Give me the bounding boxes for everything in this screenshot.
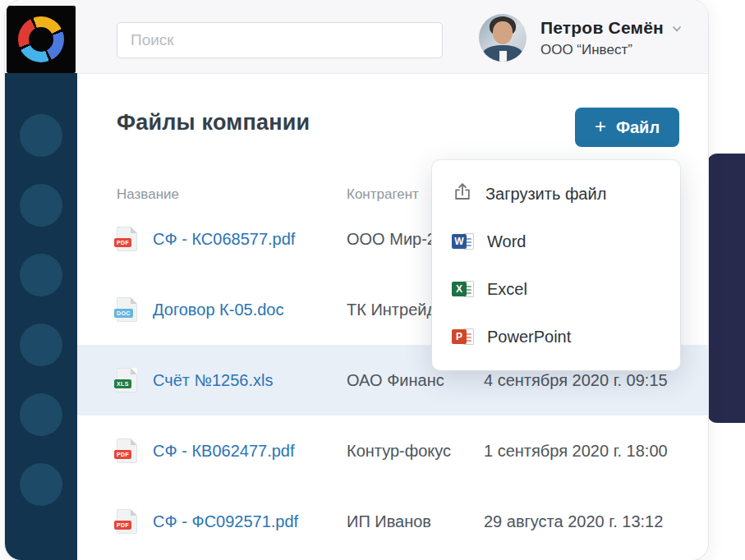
upload-icon <box>452 181 473 206</box>
file-name-cell: PDFСФ - ФС092571.pdf <box>117 509 347 534</box>
search-input[interactable] <box>117 22 443 58</box>
user-menu[interactable]: Петров Семён ООО “Инвест” <box>479 11 683 64</box>
avatar[interactable] <box>479 14 527 62</box>
decorative-edge-shape <box>707 154 745 423</box>
page-fold <box>131 227 137 233</box>
page-fold <box>131 509 137 516</box>
page-fold <box>131 438 137 445</box>
avatar-face <box>493 21 513 44</box>
file-type-badge: PDF <box>114 238 131 247</box>
sidebar-item-2[interactable] <box>20 184 62 227</box>
file-name-cell: DOCДоговор К-05.doc <box>117 297 347 322</box>
dropdown-item-label: Excel <box>487 280 527 299</box>
dropdown-item-powerpoint[interactable]: PPowerPoint <box>432 313 680 360</box>
page-title: Файлы компании <box>117 110 310 135</box>
contractor-cell: ОАО Финанс <box>347 371 484 390</box>
sidebar-item-4[interactable] <box>20 324 62 366</box>
page-fold <box>131 297 137 304</box>
dropdown-item-excel[interactable]: XExcel <box>432 265 680 313</box>
file-link[interactable]: Счёт №1256.xls <box>153 371 273 390</box>
sidebar-item-6[interactable] <box>20 463 62 506</box>
contractor-cell: ИП Иванов <box>347 512 484 531</box>
sidebar-item-3[interactable] <box>20 254 62 296</box>
file-type-badge: DOC <box>114 309 133 318</box>
file-type-icon-pdf: PDF <box>117 227 137 251</box>
file-type-badge: PDF <box>114 450 131 459</box>
file-type-icon-xls: XLS <box>117 368 137 392</box>
column-header-contractor: Контрагент <box>347 186 419 203</box>
powerpoint-icon: P <box>452 327 475 347</box>
contractor-cell: Контур-фокус <box>347 442 484 461</box>
screenshot-stage: Петров Семён ООО “Инвест” <box>0 0 745 560</box>
file-type-icon-pdf: PDF <box>117 438 137 463</box>
table-row[interactable]: PDFСФ - ФС092571.pdfИП Иванов29 августа … <box>5 486 708 557</box>
plus-icon: + <box>595 115 606 138</box>
app-window: Петров Семён ООО “Инвест” <box>5 0 708 560</box>
file-type-icon-pdf: PDF <box>117 509 137 534</box>
file-link[interactable]: СФ - КС068577.pdf <box>153 230 295 249</box>
sidebar-item-5[interactable] <box>20 393 62 436</box>
date-cell: 29 августа 2020 г. 13:12 <box>484 512 708 531</box>
user-company: ООО “Инвест” <box>540 42 683 58</box>
add-file-button-label: Файл <box>616 118 660 137</box>
dropdown-item-загрузить-файл[interactable]: Загрузить файл <box>432 170 680 218</box>
chevron-down-icon[interactable] <box>670 22 683 35</box>
dropdown-item-label: PowerPoint <box>487 328 571 347</box>
sidebar-item-1[interactable] <box>20 114 62 157</box>
file-link[interactable]: СФ - ФС092571.pdf <box>153 512 298 531</box>
file-name-cell: XLSСчёт №1256.xls <box>117 368 347 392</box>
dropdown-item-word[interactable]: WWord <box>432 218 680 265</box>
file-name-cell: PDFСФ - КС068577.pdf <box>117 227 347 251</box>
table-row[interactable]: PDFСФ - КВ062477.pdfКонтур-фокус1 сентяб… <box>5 415 708 486</box>
file-link[interactable]: Договор К-05.doc <box>153 301 283 319</box>
logo-ring-hole <box>29 27 53 52</box>
column-header-name: Название <box>117 186 179 203</box>
dropdown-item-label: Загрузить файл <box>485 185 606 204</box>
app-logo[interactable] <box>7 6 76 73</box>
page-fold <box>131 368 137 374</box>
add-file-dropdown: Загрузить файлWWordXExcelPPowerPoint <box>432 160 680 370</box>
excel-icon: X <box>452 279 475 299</box>
user-info: Петров Семён ООО “Инвест” <box>540 18 683 58</box>
avatar-shirt <box>499 51 507 62</box>
sidebar-nav <box>5 73 77 560</box>
logo-ring-icon <box>18 16 64 62</box>
file-type-badge: XLS <box>114 379 131 388</box>
file-type-icon-doc: DOC <box>117 297 137 322</box>
top-bar: Петров Семён ООО “Инвест” <box>5 0 708 74</box>
date-cell: 4 сентября 2020 г. 09:15 <box>484 371 708 390</box>
add-file-button[interactable]: + Файл <box>575 108 679 147</box>
file-type-badge: PDF <box>114 521 131 530</box>
file-name-cell: PDFСФ - КВ062477.pdf <box>117 438 347 463</box>
date-cell: 1 сентября 2020 г. 18:00 <box>484 442 708 461</box>
dropdown-item-label: Word <box>487 232 526 251</box>
file-link[interactable]: СФ - КВ062477.pdf <box>153 442 295 461</box>
word-icon: W <box>452 232 475 251</box>
user-name: Петров Семён <box>540 18 664 38</box>
